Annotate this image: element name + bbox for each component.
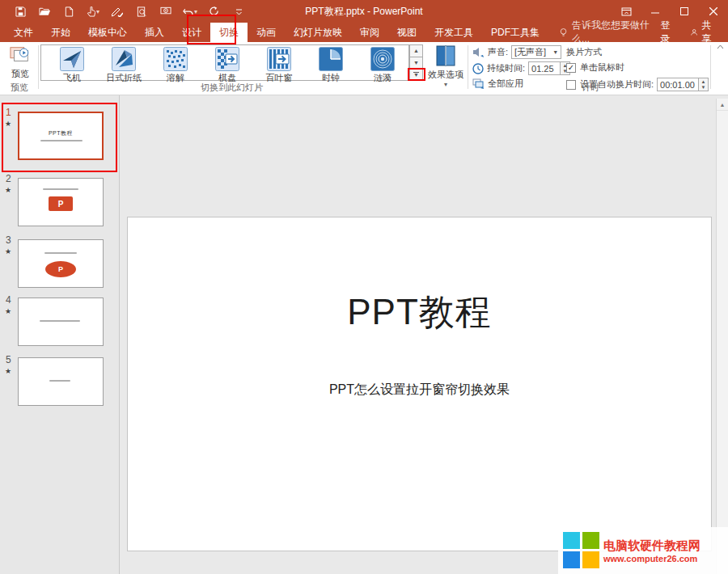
- advance-slide-label: 换片方式: [566, 46, 602, 58]
- effect-options-label: 效果选项: [428, 69, 463, 81]
- watermark: 电脑软硬件教程网 www.computer26.com: [558, 527, 728, 574]
- gallery-scroll-up-icon[interactable]: ▲: [409, 44, 423, 57]
- tell-me-box[interactable]: 告诉我您想要做什么...: [548, 23, 651, 42]
- touch-mouse-mode-icon[interactable]: ▾: [81, 2, 105, 21]
- powerpoint-logo: P: [49, 196, 73, 211]
- slide-4-transition-star-icon[interactable]: ★: [5, 307, 11, 315]
- gallery-more-icon[interactable]: ▼: [409, 69, 423, 81]
- thumb-slide-title: PPT教程: [19, 129, 102, 137]
- slide-editing-area: PPT教程 PPT怎么设置拉开窗帘切换效果 ▲: [121, 95, 728, 574]
- tab-view[interactable]: 视图: [388, 23, 425, 42]
- airplane-transition-icon: [60, 47, 84, 71]
- vertical-scrollbar[interactable]: ▲: [716, 99, 728, 574]
- origami-transition-icon: [112, 47, 136, 71]
- tab-slideshow[interactable]: 幻灯片放映: [285, 23, 351, 42]
- transition-gallery: 飞机 日式折纸 溶解 棋盘: [40, 44, 409, 81]
- save-icon[interactable]: [8, 2, 32, 21]
- collapse-ribbon-icon[interactable]: [713, 42, 726, 52]
- ripple-transition-icon: [370, 47, 395, 71]
- gallery-scroll-down-icon[interactable]: ▼: [409, 57, 423, 70]
- thumb-text-placeholder: [49, 380, 70, 382]
- slide-3-transition-star-icon[interactable]: ★: [5, 247, 11, 255]
- slide-3-thumbnail[interactable]: P: [18, 239, 104, 288]
- proofing-icon[interactable]: [105, 2, 129, 21]
- effect-options-button[interactable]: 效果选项 ▾: [427, 44, 464, 91]
- current-slide[interactable]: PPT教程 PPT怎么设置拉开窗帘切换效果: [127, 217, 712, 551]
- tab-review[interactable]: 审阅: [351, 23, 388, 42]
- slide-4-number: 4: [6, 294, 15, 306]
- slide-1-thumbnail[interactable]: PPT教程: [18, 112, 104, 160]
- slide-subtitle[interactable]: PPT怎么设置拉开窗帘切换效果: [128, 382, 711, 399]
- tab-design[interactable]: 设计: [173, 23, 210, 42]
- sound-select[interactable]: [无声音] ▼: [511, 45, 561, 59]
- sound-icon: [472, 47, 485, 57]
- tab-transitions[interactable]: 切换: [210, 23, 248, 42]
- dropdown-caret: ▾: [96, 8, 99, 15]
- tab-insert[interactable]: 插入: [136, 23, 173, 42]
- start-slideshow-icon[interactable]: [154, 2, 178, 21]
- checkmark: ✓: [568, 63, 574, 72]
- thumb-text-placeholder: [40, 320, 80, 322]
- on-mouse-click-checkbox[interactable]: ✓: [566, 63, 576, 73]
- preview-button-label: 预览: [11, 68, 29, 80]
- preview-button[interactable]: 预览: [4, 44, 36, 80]
- scroll-up-icon[interactable]: ▲: [717, 99, 728, 111]
- slide-3-number: 3: [6, 234, 15, 246]
- thumb-text-placeholder: [40, 140, 83, 141]
- slide-1-transition-star-icon[interactable]: ★: [5, 120, 11, 128]
- transition-clock[interactable]: 时钟: [305, 47, 357, 84]
- new-document-icon[interactable]: [57, 2, 81, 21]
- ribbon-tabs: 文件 开始 模板中心 插入 设计 切换 动画 幻灯片放映 审阅 视图 开发工具 …: [0, 23, 728, 42]
- duration-value: 01.25: [531, 64, 554, 74]
- slide-title[interactable]: PPT教程: [128, 289, 711, 336]
- powerpoint-logo-ellipse: P: [45, 261, 76, 277]
- tab-animations[interactable]: 动画: [248, 23, 285, 42]
- customize-qat-icon[interactable]: [226, 2, 251, 21]
- quick-access-toolbar: ▾ ▾: [0, 0, 251, 23]
- watermark-site-url: www.computer26.com: [603, 554, 700, 563]
- gallery-scrollbar: ▲ ▼ ▼: [409, 44, 423, 81]
- timing-group-label: 计时: [471, 82, 710, 94]
- tab-template-center[interactable]: 模板中心: [79, 23, 136, 42]
- sound-label: 声音:: [488, 46, 508, 58]
- tab-pdf-tools[interactable]: PDF工具集: [482, 23, 548, 42]
- slide-2-number: 2: [6, 173, 15, 184]
- slide-5-thumbnail[interactable]: [18, 357, 104, 406]
- duration-input[interactable]: 01.25: [528, 61, 561, 75]
- slide-5-transition-star-icon[interactable]: ★: [5, 367, 11, 375]
- dropdown-caret: ▾: [444, 81, 447, 88]
- watermark-site-name: 电脑软硬件教程网: [603, 538, 700, 554]
- undo-icon[interactable]: ▾: [178, 2, 202, 21]
- dropdown-caret: ▼: [552, 49, 558, 55]
- slide-4-thumbnail[interactable]: [18, 298, 104, 346]
- print-preview-icon[interactable]: [129, 2, 154, 21]
- clock-transition-icon: [319, 47, 343, 71]
- sound-value: [无声音]: [514, 46, 546, 58]
- transition-blinds[interactable]: 百叶窗: [253, 47, 305, 84]
- transition-ripple[interactable]: 涟漪: [357, 47, 408, 84]
- blinds-transition-icon: [267, 47, 291, 71]
- tab-home[interactable]: 开始: [42, 23, 79, 42]
- tab-file[interactable]: 文件: [5, 23, 42, 42]
- account-area: 登录 共享: [651, 23, 728, 42]
- transition-origami[interactable]: 日式折纸: [98, 47, 150, 84]
- slide-1-number: 1: [6, 107, 15, 118]
- slide-5-number: 5: [6, 354, 15, 365]
- effect-options-icon: [434, 44, 458, 67]
- duration-label: 持续时间:: [487, 62, 525, 74]
- person-icon: [691, 27, 697, 37]
- thumb-text-placeholder: [44, 252, 77, 254]
- redo-icon[interactable]: [202, 2, 226, 21]
- open-icon[interactable]: [32, 2, 57, 21]
- dissolve-transition-icon: [163, 47, 188, 71]
- transition-airplane[interactable]: 飞机: [46, 47, 98, 84]
- transition-dissolve[interactable]: 溶解: [150, 47, 201, 84]
- slide-2-transition-star-icon[interactable]: ★: [5, 186, 11, 194]
- thumb-text-placeholder: [43, 188, 78, 190]
- group-divider: [38, 45, 39, 89]
- ribbon-transitions: 预览 预览 飞机 日式折纸 溶解: [0, 42, 728, 95]
- preview-group-label: 预览: [0, 82, 39, 94]
- slide-2-thumbnail[interactable]: P: [18, 178, 104, 226]
- tab-developer[interactable]: 开发工具: [425, 23, 482, 42]
- transition-checkerboard[interactable]: 棋盘: [201, 47, 253, 84]
